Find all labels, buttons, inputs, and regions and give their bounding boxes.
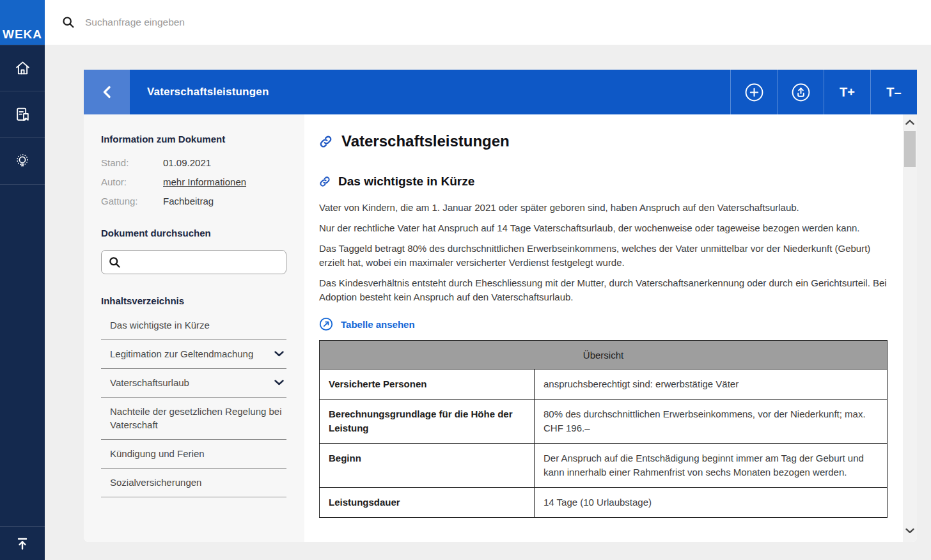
paragraph: Vater von Kindern, die am 1. Januar 2021… (319, 201, 888, 215)
table-cell-label: Versicherte Personen (320, 369, 535, 400)
toc-item-label: Kündigung und Ferien (110, 447, 205, 460)
document-header-actions: T+ T– (730, 70, 917, 114)
paragraph: Das Taggeld betragt 80% des durchschnitt… (319, 242, 888, 270)
text-decrease-button[interactable]: T– (870, 70, 917, 114)
nav-item-ideas[interactable] (0, 138, 45, 185)
toc-item[interactable]: Kündigung und Ferien (101, 440, 286, 469)
export-button[interactable] (777, 70, 824, 114)
search-icon (61, 15, 75, 29)
scrollbar-down-button[interactable] (903, 523, 917, 538)
document-title-bar: Vaterschaftsleistungen (147, 86, 269, 98)
chevron-down-icon (274, 380, 284, 385)
table-header: Übersicht (320, 341, 888, 369)
toc-item-label: Nachteile der gesetzlichen Regelung bei … (110, 405, 284, 432)
doc-search-title: Dokument durchsuchen (101, 228, 286, 238)
info-label: Stand: (101, 156, 163, 169)
section-title-row: Das wichtigste in Kürze (319, 175, 888, 189)
topbar: WEKA (0, 0, 931, 45)
info-label: Gattung: (101, 194, 163, 208)
document-sidebar: Information zum Dokument Stand: 01.09.20… (84, 114, 304, 542)
weka-logo[interactable]: WEKA (0, 0, 45, 45)
upload-circle-icon (791, 82, 811, 102)
table-row: Berechnungsgrundlage für die Höhe der Le… (320, 400, 888, 444)
view-table-label: Tabelle ansehen (341, 319, 415, 330)
scrollbar-thumb[interactable] (904, 131, 916, 167)
table-row: Beginn Der Anspruch auf die Entschädigun… (320, 444, 888, 488)
back-button[interactable] (84, 70, 130, 114)
table-row: Leistungsdauer 14 Tage (10 Urlaubstage) (320, 488, 888, 518)
link-icon[interactable] (319, 135, 332, 148)
overview-table: Übersicht Versicherte Personen anspruchs… (319, 340, 888, 518)
toc-item[interactable]: Nachteile der gesetzlichen Regelung bei … (101, 398, 286, 440)
document-body: Information zum Dokument Stand: 01.09.20… (84, 114, 917, 542)
article-title: Vaterschaftsleistungen (341, 132, 510, 150)
table-row: Versicherte Personen anspruchsberechtigt… (320, 369, 888, 400)
article-title-row: Vaterschaftsleistungen (319, 132, 888, 150)
toc-item-label: Legitimation zur Geltendmachung (110, 347, 253, 361)
chevron-down-icon (905, 528, 914, 534)
nav-item-documents[interactable] (0, 91, 45, 138)
global-search (61, 0, 352, 45)
view-table-link[interactable]: Tabelle ansehen (319, 317, 888, 331)
info-label: Autor: (101, 175, 163, 189)
add-button[interactable] (730, 70, 777, 114)
document-panel: Vaterschaftsleistungen (84, 70, 917, 542)
text-increase-label: T+ (840, 85, 855, 100)
weka-logo-text: WEKA (3, 27, 42, 42)
search-icon (108, 256, 121, 269)
toc-item[interactable]: Sozialversicherungen (101, 469, 286, 497)
doc-search-input[interactable] (127, 256, 279, 268)
toc-item-label: Das wichtigste in Kürze (110, 318, 210, 332)
info-row-gattung: Gattung: Fachbeitrag (101, 194, 286, 208)
table-cell-label: Leistungsdauer (320, 488, 535, 518)
table-cell-value: Der Anspruch auf die Entschädigung begin… (535, 444, 888, 488)
plus-circle-icon (744, 82, 764, 102)
lightbulb-icon (13, 152, 31, 170)
toc-item[interactable]: Das wichtigste in Kürze (101, 311, 286, 340)
document-icon (14, 106, 31, 123)
paragraph: Nur der rechtliche Vater hat Anspruch au… (319, 221, 888, 235)
table-header-row: Übersicht (320, 341, 888, 369)
toc-item-label: Vaterschaftsurlaub (110, 376, 189, 389)
link-icon[interactable] (319, 176, 331, 187)
table-cell-value: 14 Tage (10 Urlaubstage) (535, 488, 888, 518)
toc-item[interactable]: Vaterschaftsurlaub (101, 369, 286, 398)
text-decrease-label: T– (886, 85, 901, 100)
info-title: Information zum Dokument (101, 134, 286, 144)
toc-item-label: Sozialversicherungen (110, 476, 201, 489)
info-row-stand: Stand: 01.09.2021 (101, 156, 286, 169)
chevron-down-icon (274, 351, 284, 357)
text-increase-button[interactable]: T+ (824, 70, 870, 114)
scrollbar-up-button[interactable] (903, 114, 917, 130)
scroll-to-top-button[interactable] (0, 526, 45, 560)
chevron-left-icon (102, 86, 111, 98)
paragraph: Das Kindesverhältnis entsteht durch Ehes… (319, 276, 888, 304)
table-cell-value: anspruchsberechtigt sind: erwerbstätige … (535, 369, 888, 400)
info-row-autor: Autor: mehr Informationen (101, 175, 286, 189)
expand-icon (319, 317, 333, 331)
table-cell-label: Berechnungsgrundlage für die Höhe der Le… (320, 400, 535, 444)
toc-list: Das wichtigste in Kürze Legitimation zur… (101, 311, 286, 497)
article: Vaterschaftsleistungen Das wichtigste in… (304, 114, 903, 542)
chevron-up-icon (905, 120, 914, 125)
home-icon (14, 59, 31, 77)
scrollbar[interactable] (903, 114, 917, 542)
table-cell-label: Beginn (320, 444, 535, 488)
author-more-info-link[interactable]: mehr Informationen (163, 175, 246, 189)
section-title: Das wichtigste in Kürze (338, 175, 474, 189)
nav-item-home[interactable] (0, 45, 45, 91)
document-header: Vaterschaftsleistungen (84, 70, 917, 114)
toc-title: Inhaltsverzeichnis (101, 295, 286, 306)
doc-search-box[interactable] (101, 250, 286, 274)
global-search-input[interactable] (84, 16, 352, 29)
table-cell-value: 80% des durchschnittlichen Erwerbseinkom… (535, 400, 888, 444)
nav-rail (0, 45, 45, 560)
scroll-to-top-icon (14, 535, 31, 552)
info-value-gattung: Fachbeitrag (163, 194, 214, 208)
toc-item[interactable]: Legitimation zur Geltendmachung (101, 340, 286, 369)
info-value-stand: 01.09.2021 (163, 156, 211, 169)
